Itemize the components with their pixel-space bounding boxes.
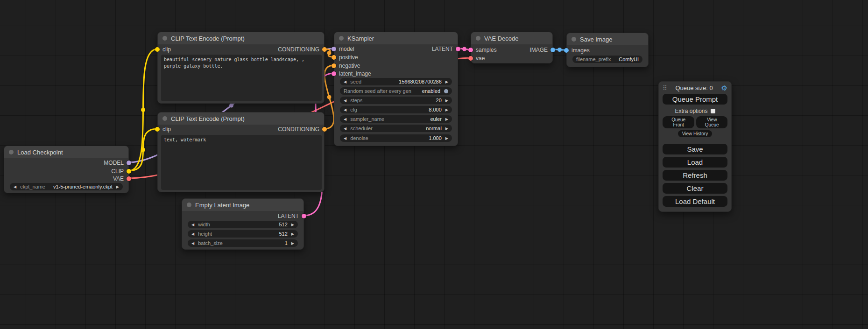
extra-options-checkbox[interactable] bbox=[711, 109, 715, 113]
queue-menu-panel[interactable]: ⠿ Queue size: 0 ⚙ Queue Prompt Extra opt… bbox=[658, 81, 732, 212]
latent-slot-dot[interactable] bbox=[468, 48, 473, 52]
increment-arrow-icon[interactable]: ▶ bbox=[445, 126, 448, 131]
node-title-bar[interactable]: Load Checkpoint bbox=[4, 146, 128, 158]
decrement-arrow-icon[interactable]: ◀ bbox=[191, 241, 194, 245]
clear-button[interactable]: Clear bbox=[663, 183, 727, 194]
decrement-arrow-icon[interactable]: ◀ bbox=[14, 185, 16, 189]
node-title-bar[interactable]: Empty Latent Image bbox=[182, 199, 303, 211]
image-slot-dot[interactable] bbox=[550, 48, 555, 52]
node-clip-text-encode-positive[interactable]: CLIP Text Encode (Prompt) clip CONDITION… bbox=[157, 32, 325, 104]
input-slot-positive[interactable]: positive bbox=[332, 54, 358, 61]
queue-prompt-button[interactable]: Queue Prompt bbox=[663, 94, 727, 105]
input-slot-samples[interactable]: samples bbox=[468, 47, 497, 53]
graph-canvas[interactable]: Load Checkpoint MODEL CLIP VAE ◀ ckpt_na… bbox=[0, 0, 868, 329]
widget-width[interactable]: ◀ width 512 ▶ bbox=[188, 221, 298, 228]
load-default-button[interactable]: Load Default bbox=[663, 196, 727, 207]
conditioning-slot-dot[interactable] bbox=[332, 55, 336, 60]
input-slot-clip[interactable]: clip bbox=[155, 46, 171, 53]
decrement-arrow-icon[interactable]: ◀ bbox=[344, 98, 346, 103]
widget-height[interactable]: ◀ height 512 ▶ bbox=[188, 230, 298, 238]
vae-slot-dot[interactable] bbox=[127, 176, 131, 181]
latent-slot-dot[interactable] bbox=[302, 214, 306, 218]
widget-filename-prefix[interactable]: filename_prefix ComfyUI bbox=[572, 56, 642, 63]
toggle-dot-icon[interactable] bbox=[444, 89, 448, 93]
increment-arrow-icon[interactable]: ▶ bbox=[116, 185, 119, 189]
save-button[interactable]: Save bbox=[663, 144, 727, 154]
increment-arrow-icon[interactable]: ▶ bbox=[291, 232, 294, 236]
decrement-arrow-icon[interactable]: ◀ bbox=[344, 117, 346, 121]
widget-sampler-name[interactable]: ◀ sampler_name euler ▶ bbox=[340, 115, 452, 123]
increment-arrow-icon[interactable]: ▶ bbox=[445, 108, 448, 112]
node-title-bar[interactable]: CLIP Text Encode (Prompt) bbox=[158, 32, 324, 44]
node-title-bar[interactable]: KSampler bbox=[334, 32, 458, 44]
vae-slot-dot[interactable] bbox=[468, 56, 473, 61]
collapse-dot-icon[interactable] bbox=[476, 36, 480, 41]
collapse-dot-icon[interactable] bbox=[187, 203, 191, 207]
widget-seed[interactable]: ◀ seed 156680208700286 ▶ bbox=[340, 78, 452, 85]
increment-arrow-icon[interactable]: ▶ bbox=[445, 117, 448, 121]
load-button[interactable]: Load bbox=[663, 157, 727, 168]
input-slot-clip[interactable]: clip bbox=[155, 126, 171, 133]
output-slot-image[interactable]: IMAGE bbox=[529, 47, 555, 53]
decrement-arrow-icon[interactable]: ◀ bbox=[344, 108, 346, 112]
refresh-button[interactable]: Refresh bbox=[663, 170, 727, 181]
negative-prompt-textarea[interactable]: text, watermark bbox=[161, 135, 322, 190]
input-slot-vae[interactable]: vae bbox=[468, 55, 485, 62]
output-slot-vae[interactable]: VAE bbox=[113, 175, 131, 182]
collapse-dot-icon[interactable] bbox=[9, 150, 14, 154]
collapse-dot-icon[interactable] bbox=[162, 116, 167, 121]
node-empty-latent-image[interactable]: Empty Latent Image LATENT ◀ width 512 ▶ … bbox=[182, 198, 304, 250]
increment-arrow-icon[interactable]: ▶ bbox=[445, 80, 448, 84]
view-history-button[interactable]: View History bbox=[678, 130, 712, 137]
node-title-bar[interactable]: Save Image bbox=[567, 33, 648, 45]
input-slot-latent-image[interactable]: latent_image bbox=[332, 70, 371, 77]
output-slot-latent[interactable]: LATENT bbox=[278, 213, 306, 219]
widget-scheduler[interactable]: ◀ scheduler normal ▶ bbox=[340, 125, 452, 132]
widget-ckpt-name[interactable]: ◀ ckpt_name v1-5-pruned-emaonly.ckpt ▶ bbox=[10, 183, 123, 190]
drag-handle-icon[interactable]: ⠿ bbox=[663, 84, 667, 91]
decrement-arrow-icon[interactable]: ◀ bbox=[344, 126, 346, 131]
collapse-dot-icon[interactable] bbox=[572, 37, 576, 42]
positive-prompt-textarea[interactable]: beautiful scenery nature glass bottle la… bbox=[161, 55, 322, 101]
output-slot-latent[interactable]: LATENT bbox=[432, 46, 460, 52]
decrement-arrow-icon[interactable]: ◀ bbox=[191, 223, 194, 227]
node-vae-decode[interactable]: VAE Decode samples vae IMAGE bbox=[471, 32, 553, 63]
output-slot-model[interactable]: MODEL bbox=[104, 160, 131, 166]
output-slot-conditioning[interactable]: CONDITIONING bbox=[278, 126, 327, 133]
collapse-dot-icon[interactable] bbox=[339, 36, 344, 41]
latent-slot-dot[interactable] bbox=[332, 71, 336, 76]
node-title-bar[interactable]: VAE Decode bbox=[471, 32, 552, 44]
input-slot-model[interactable]: model bbox=[332, 46, 354, 52]
settings-gear-icon[interactable]: ⚙ bbox=[721, 84, 727, 91]
output-slot-clip[interactable]: CLIP bbox=[111, 168, 131, 175]
widget-batch-size[interactable]: ◀ batch_size 1 ▶ bbox=[188, 239, 298, 247]
widget-cfg[interactable]: ◀ cfg 8.000 ▶ bbox=[340, 106, 452, 113]
clip-slot-dot[interactable] bbox=[155, 47, 160, 52]
input-slot-negative[interactable]: negative bbox=[332, 63, 360, 69]
output-slot-conditioning[interactable]: CONDITIONING bbox=[278, 46, 327, 53]
collapse-dot-icon[interactable] bbox=[162, 36, 167, 41]
model-slot-dot[interactable] bbox=[127, 161, 131, 165]
node-title-bar[interactable]: CLIP Text Encode (Prompt) bbox=[158, 112, 324, 125]
widget-denoise[interactable]: ◀ denoise 1.000 ▶ bbox=[340, 134, 452, 142]
increment-arrow-icon[interactable]: ▶ bbox=[445, 98, 448, 103]
decrement-arrow-icon[interactable]: ◀ bbox=[344, 136, 346, 140]
decrement-arrow-icon[interactable]: ◀ bbox=[344, 80, 346, 84]
node-load-checkpoint[interactable]: Load Checkpoint MODEL CLIP VAE ◀ ckpt_na… bbox=[4, 146, 129, 193]
conditioning-slot-dot[interactable] bbox=[322, 47, 327, 52]
clip-slot-dot[interactable] bbox=[155, 127, 160, 132]
image-slot-dot[interactable] bbox=[564, 48, 569, 53]
input-slot-images[interactable]: images bbox=[564, 47, 590, 54]
node-save-image[interactable]: Save Image images filename_prefix ComfyU… bbox=[566, 33, 649, 67]
view-queue-button[interactable]: View Queue bbox=[696, 116, 727, 128]
node-ksampler[interactable]: KSampler model positive negative latent_… bbox=[334, 32, 458, 146]
model-slot-dot[interactable] bbox=[332, 47, 336, 51]
node-clip-text-encode-negative[interactable]: CLIP Text Encode (Prompt) clip CONDITION… bbox=[157, 112, 325, 192]
clip-slot-dot[interactable] bbox=[127, 169, 131, 174]
widget-random-seed[interactable]: Random seed after every gen enabled bbox=[340, 87, 452, 95]
decrement-arrow-icon[interactable]: ◀ bbox=[191, 232, 194, 236]
conditioning-slot-dot[interactable] bbox=[332, 63, 336, 68]
queue-front-button[interactable]: Queue Front bbox=[663, 116, 694, 128]
increment-arrow-icon[interactable]: ▶ bbox=[445, 136, 448, 140]
increment-arrow-icon[interactable]: ▶ bbox=[291, 241, 294, 245]
